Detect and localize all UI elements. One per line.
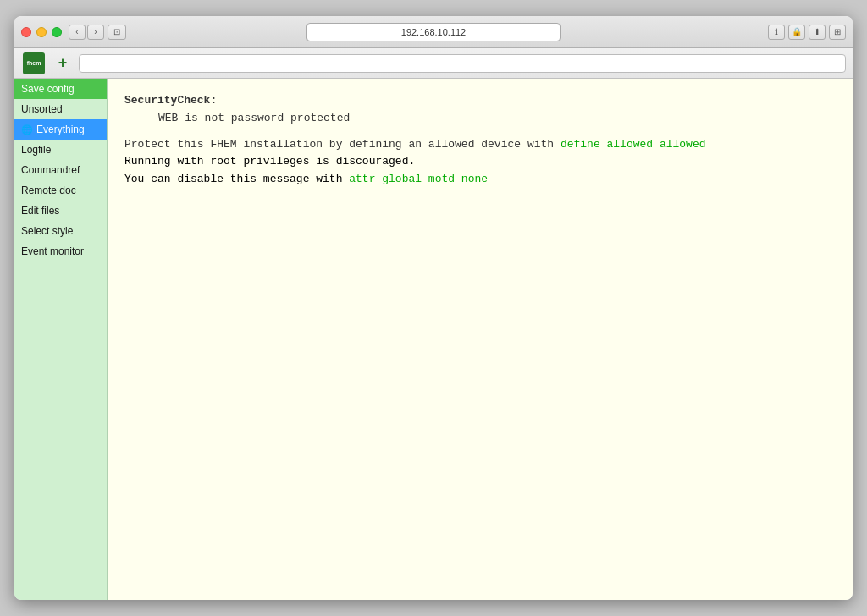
url-bar[interactable] bbox=[79, 54, 846, 73]
sidebar-item-label: Event monitor bbox=[21, 245, 84, 257]
back-button[interactable]: ‹ bbox=[69, 25, 86, 40]
traffic-lights bbox=[21, 27, 62, 37]
add-tab-button[interactable]: + bbox=[50, 52, 75, 75]
sidebar-item-label: Unsorted bbox=[21, 103, 63, 115]
sidebar-item-label: Save config bbox=[21, 83, 75, 95]
sidebar-item-commandref[interactable]: Commandref bbox=[14, 160, 107, 180]
forward-button[interactable]: › bbox=[87, 25, 104, 40]
content-line1-prefix: Protect this FHEM installation by defini… bbox=[124, 138, 561, 151]
sidebar-item-label: Edit files bbox=[21, 205, 59, 217]
main-area: Save config Unsorted 🌐 Everything Logfil… bbox=[14, 79, 853, 600]
attr-motd-link[interactable]: attr global motd none bbox=[349, 173, 488, 185]
sidebar-item-remote-doc[interactable]: Remote doc bbox=[14, 180, 107, 201]
home-button[interactable]: fhem bbox=[21, 52, 47, 75]
security-check-title: SecurityCheck: bbox=[124, 94, 217, 107]
maximize-button[interactable] bbox=[52, 27, 62, 37]
share-button[interactable]: ⬆ bbox=[809, 25, 826, 40]
titlebar-address-bar[interactable] bbox=[306, 23, 561, 41]
sidebar-item-label: Select style bbox=[21, 225, 73, 237]
sidebar-item-save-config[interactable]: Save config bbox=[14, 79, 107, 99]
sidebar-item-event-monitor[interactable]: Event monitor bbox=[14, 241, 107, 261]
sidebar-item-label: Everything bbox=[36, 124, 85, 135]
sidebar-item-logfile[interactable]: Logfile bbox=[14, 140, 107, 160]
define-allowed-link[interactable]: define allowed allowed bbox=[561, 138, 706, 151]
info-button[interactable]: ℹ bbox=[768, 25, 785, 40]
nav-buttons: ‹ › bbox=[69, 25, 104, 40]
sidebar-item-label: Remote doc bbox=[21, 184, 76, 196]
titlebar: ‹ › ⊡ ℹ 🔒 ⬆ ⊞ bbox=[14, 16, 853, 48]
content-line3-prefix: You can disable this message with bbox=[124, 173, 349, 185]
content-line1: Protect this FHEM installation by defini… bbox=[124, 136, 836, 154]
toolbar: fhem + bbox=[14, 48, 853, 79]
window-controls-right: ℹ 🔒 ⬆ ⊞ bbox=[768, 25, 846, 40]
content-title: SecurityCheck: bbox=[124, 92, 836, 110]
sidebar-item-edit-files[interactable]: Edit files bbox=[14, 201, 107, 221]
globe-icon: 🌐 bbox=[21, 124, 33, 135]
sidebar-item-everything[interactable]: 🌐 Everything bbox=[14, 119, 107, 140]
sidebar-item-unsorted[interactable]: Unsorted bbox=[14, 99, 107, 119]
browser-window: ‹ › ⊡ ℹ 🔒 ⬆ ⊞ fhem + Save config Unsorte bbox=[14, 16, 853, 600]
content-area: SecurityCheck: WEB is not password prote… bbox=[108, 79, 853, 600]
sidebar-item-select-style[interactable]: Select style bbox=[14, 221, 107, 241]
close-button[interactable] bbox=[21, 27, 31, 37]
tab-button[interactable]: ⊞ bbox=[829, 25, 846, 40]
view-button[interactable]: ⊡ bbox=[108, 25, 126, 40]
fhem-logo: fhem bbox=[23, 52, 45, 74]
sidebar-item-label: Logfile bbox=[21, 144, 51, 156]
minimize-button[interactable] bbox=[36, 27, 47, 37]
sidebar: Save config Unsorted 🌐 Everything Logfil… bbox=[14, 79, 108, 600]
content-subtitle: WEB is not password protected bbox=[158, 110, 836, 128]
sidebar-item-label: Commandref bbox=[21, 164, 80, 176]
lock-button[interactable]: 🔒 bbox=[788, 25, 805, 40]
content-line3: You can disable this message with attr g… bbox=[124, 171, 836, 189]
titlebar-address-wrapper bbox=[306, 23, 561, 41]
content-line2: Running with root privileges is discoura… bbox=[124, 153, 836, 171]
